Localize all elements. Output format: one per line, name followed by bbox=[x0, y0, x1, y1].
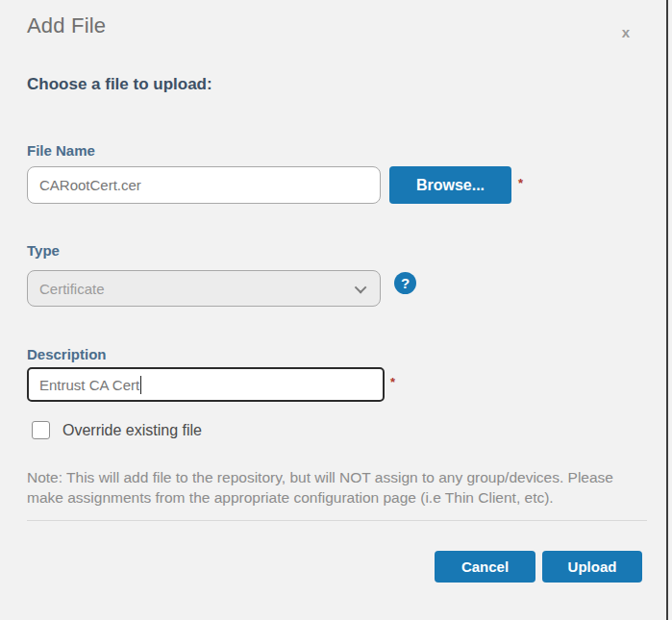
override-row: Override existing file bbox=[27, 421, 643, 439]
upload-button[interactable]: Upload bbox=[542, 551, 642, 583]
type-row: Certificate ? bbox=[27, 270, 643, 307]
override-checkbox-label: Override existing file bbox=[62, 422, 202, 439]
section-heading: Choose a file to upload: bbox=[27, 75, 643, 94]
file-name-label: File Name bbox=[27, 142, 643, 159]
add-file-dialog: Add File x Choose a file to upload: File… bbox=[0, 13, 672, 620]
window-corner-artifact bbox=[0, 0, 10, 5]
type-label: Type bbox=[27, 242, 643, 259]
browse-button[interactable]: Browse... bbox=[389, 166, 511, 204]
note-text: Note: This will add file to the reposito… bbox=[27, 467, 650, 508]
file-name-row: Browse... * bbox=[27, 166, 643, 204]
text-caret bbox=[140, 376, 141, 394]
help-icon[interactable]: ? bbox=[394, 272, 416, 294]
required-marker: * bbox=[390, 375, 395, 389]
cancel-button[interactable]: Cancel bbox=[435, 551, 535, 583]
description-input[interactable]: Entrust CA Cert bbox=[27, 367, 385, 402]
dialog-title: Add File bbox=[27, 13, 643, 38]
override-checkbox[interactable] bbox=[32, 421, 50, 439]
description-row: Entrust CA Cert * bbox=[27, 367, 643, 402]
description-label: Description bbox=[27, 346, 643, 362]
type-select[interactable]: Certificate bbox=[27, 270, 381, 307]
file-name-input[interactable] bbox=[27, 166, 381, 204]
close-icon[interactable]: x bbox=[622, 25, 630, 39]
required-marker: * bbox=[518, 176, 523, 190]
footer-divider bbox=[27, 520, 647, 521]
chevron-down-icon bbox=[355, 281, 367, 293]
description-value: Entrust CA Cert bbox=[39, 377, 139, 393]
type-select-value: Certificate bbox=[39, 281, 105, 297]
dialog-footer: Cancel Upload bbox=[27, 551, 643, 583]
